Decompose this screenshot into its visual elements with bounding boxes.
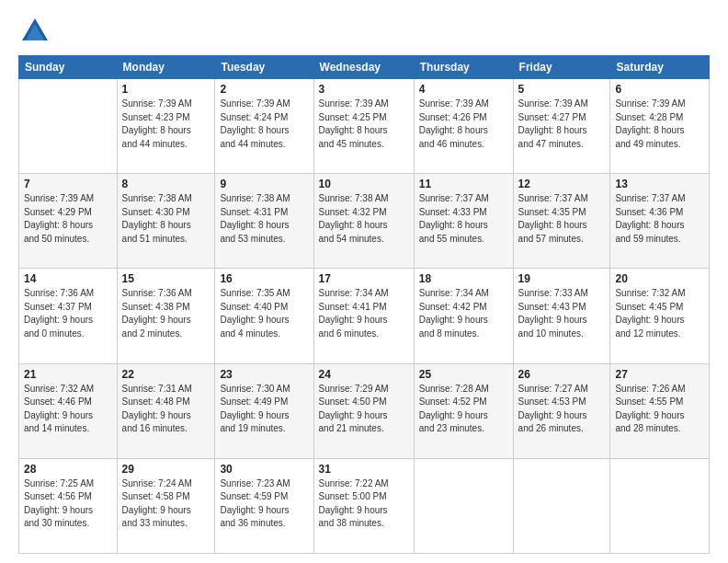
day-info: Sunrise: 7:32 AM Sunset: 4:46 PM Dayligh… bbox=[24, 383, 112, 436]
day-info: Sunrise: 7:34 AM Sunset: 4:42 PM Dayligh… bbox=[419, 287, 508, 340]
day-number: 12 bbox=[518, 178, 606, 190]
day-info: Sunrise: 7:29 AM Sunset: 4:50 PM Dayligh… bbox=[319, 383, 409, 436]
calendar-cell bbox=[19, 79, 118, 174]
day-number: 23 bbox=[220, 368, 308, 381]
day-info: Sunrise: 7:23 AM Sunset: 4:59 PM Dayligh… bbox=[220, 477, 308, 531]
week-row-4: 21Sunrise: 7:32 AM Sunset: 4:46 PM Dayli… bbox=[19, 363, 710, 458]
calendar-cell: 7Sunrise: 7:39 AM Sunset: 4:29 PM Daylig… bbox=[19, 174, 118, 269]
day-info: Sunrise: 7:34 AM Sunset: 4:41 PM Dayligh… bbox=[319, 287, 409, 340]
day-info: Sunrise: 7:38 AM Sunset: 4:30 PM Dayligh… bbox=[122, 192, 210, 246]
week-row-5: 28Sunrise: 7:25 AM Sunset: 4:56 PM Dayli… bbox=[19, 458, 710, 553]
column-header-sunday: Sunday bbox=[19, 56, 118, 79]
calendar-cell: 23Sunrise: 7:30 AM Sunset: 4:49 PM Dayli… bbox=[215, 363, 313, 458]
calendar-cell: 6Sunrise: 7:39 AM Sunset: 4:28 PM Daylig… bbox=[610, 79, 710, 174]
calendar-header-row: SundayMondayTuesdayWednesdayThursdayFrid… bbox=[19, 56, 710, 79]
day-number: 5 bbox=[518, 83, 606, 96]
calendar-cell: 5Sunrise: 7:39 AM Sunset: 4:27 PM Daylig… bbox=[513, 79, 610, 174]
calendar-cell: 10Sunrise: 7:38 AM Sunset: 4:32 PM Dayli… bbox=[313, 174, 414, 269]
logo-icon bbox=[18, 15, 51, 48]
day-number: 24 bbox=[319, 368, 409, 381]
day-number: 6 bbox=[615, 83, 704, 96]
day-info: Sunrise: 7:39 AM Sunset: 4:26 PM Dayligh… bbox=[419, 98, 508, 151]
day-number: 14 bbox=[24, 272, 112, 285]
day-info: Sunrise: 7:26 AM Sunset: 4:55 PM Dayligh… bbox=[615, 383, 704, 436]
day-number: 19 bbox=[518, 272, 606, 285]
day-number: 10 bbox=[319, 178, 409, 190]
day-number: 21 bbox=[24, 368, 112, 381]
header bbox=[18, 15, 710, 48]
day-number: 22 bbox=[122, 368, 210, 381]
day-number: 9 bbox=[220, 178, 308, 190]
calendar-cell: 19Sunrise: 7:33 AM Sunset: 4:43 PM Dayli… bbox=[513, 269, 610, 363]
day-number: 2 bbox=[220, 83, 308, 96]
day-info: Sunrise: 7:39 AM Sunset: 4:27 PM Dayligh… bbox=[518, 98, 606, 151]
day-info: Sunrise: 7:32 AM Sunset: 4:45 PM Dayligh… bbox=[615, 287, 704, 340]
calendar-cell: 2Sunrise: 7:39 AM Sunset: 4:24 PM Daylig… bbox=[215, 79, 313, 174]
day-number: 1 bbox=[122, 83, 210, 96]
day-number: 16 bbox=[220, 272, 308, 285]
calendar-cell: 22Sunrise: 7:31 AM Sunset: 4:48 PM Dayli… bbox=[117, 363, 215, 458]
day-number: 29 bbox=[122, 463, 210, 476]
week-row-1: 1Sunrise: 7:39 AM Sunset: 4:23 PM Daylig… bbox=[19, 79, 710, 174]
day-info: Sunrise: 7:30 AM Sunset: 4:49 PM Dayligh… bbox=[220, 383, 308, 436]
day-number: 26 bbox=[518, 368, 606, 381]
calendar-cell: 21Sunrise: 7:32 AM Sunset: 4:46 PM Dayli… bbox=[19, 363, 118, 458]
day-number: 7 bbox=[24, 178, 112, 190]
day-number: 25 bbox=[419, 368, 508, 381]
logo bbox=[18, 15, 57, 48]
calendar-cell: 30Sunrise: 7:23 AM Sunset: 4:59 PM Dayli… bbox=[215, 458, 313, 553]
calendar-cell: 4Sunrise: 7:39 AM Sunset: 4:26 PM Daylig… bbox=[414, 79, 513, 174]
calendar-cell: 8Sunrise: 7:38 AM Sunset: 4:30 PM Daylig… bbox=[117, 174, 215, 269]
calendar-cell: 12Sunrise: 7:37 AM Sunset: 4:35 PM Dayli… bbox=[513, 174, 610, 269]
calendar-cell: 24Sunrise: 7:29 AM Sunset: 4:50 PM Dayli… bbox=[313, 363, 414, 458]
day-number: 8 bbox=[122, 178, 210, 190]
day-number: 13 bbox=[615, 178, 704, 190]
day-info: Sunrise: 7:33 AM Sunset: 4:43 PM Dayligh… bbox=[518, 287, 606, 340]
calendar-cell bbox=[610, 458, 710, 553]
calendar-cell: 28Sunrise: 7:25 AM Sunset: 4:56 PM Dayli… bbox=[19, 458, 118, 553]
calendar-cell: 1Sunrise: 7:39 AM Sunset: 4:23 PM Daylig… bbox=[117, 79, 215, 174]
day-info: Sunrise: 7:27 AM Sunset: 4:53 PM Dayligh… bbox=[518, 383, 606, 436]
calendar-table: SundayMondayTuesdayWednesdayThursdayFrid… bbox=[18, 55, 710, 554]
day-info: Sunrise: 7:35 AM Sunset: 4:40 PM Dayligh… bbox=[220, 287, 308, 340]
calendar-cell: 25Sunrise: 7:28 AM Sunset: 4:52 PM Dayli… bbox=[414, 363, 513, 458]
column-header-friday: Friday bbox=[513, 56, 610, 79]
day-number: 18 bbox=[419, 272, 508, 285]
calendar-cell: 16Sunrise: 7:35 AM Sunset: 4:40 PM Dayli… bbox=[215, 269, 313, 363]
day-number: 11 bbox=[419, 178, 508, 190]
day-info: Sunrise: 7:39 AM Sunset: 4:25 PM Dayligh… bbox=[319, 98, 409, 151]
day-number: 15 bbox=[122, 272, 210, 285]
column-header-tuesday: Tuesday bbox=[215, 56, 313, 79]
day-info: Sunrise: 7:38 AM Sunset: 4:32 PM Dayligh… bbox=[319, 192, 409, 246]
day-info: Sunrise: 7:37 AM Sunset: 4:36 PM Dayligh… bbox=[615, 192, 704, 246]
day-number: 31 bbox=[319, 463, 409, 476]
column-header-thursday: Thursday bbox=[414, 56, 513, 79]
calendar-cell: 11Sunrise: 7:37 AM Sunset: 4:33 PM Dayli… bbox=[414, 174, 513, 269]
day-info: Sunrise: 7:36 AM Sunset: 4:38 PM Dayligh… bbox=[122, 287, 210, 340]
page: SundayMondayTuesdayWednesdayThursdayFrid… bbox=[0, 0, 728, 563]
calendar-cell: 14Sunrise: 7:36 AM Sunset: 4:37 PM Dayli… bbox=[19, 269, 118, 363]
day-info: Sunrise: 7:31 AM Sunset: 4:48 PM Dayligh… bbox=[122, 383, 210, 436]
day-number: 30 bbox=[220, 463, 308, 476]
column-header-monday: Monday bbox=[117, 56, 215, 79]
calendar-cell: 3Sunrise: 7:39 AM Sunset: 4:25 PM Daylig… bbox=[313, 79, 414, 174]
day-info: Sunrise: 7:22 AM Sunset: 5:00 PM Dayligh… bbox=[319, 477, 409, 531]
day-info: Sunrise: 7:39 AM Sunset: 4:23 PM Dayligh… bbox=[122, 98, 210, 151]
week-row-2: 7Sunrise: 7:39 AM Sunset: 4:29 PM Daylig… bbox=[19, 174, 710, 269]
column-header-saturday: Saturday bbox=[610, 56, 710, 79]
calendar-cell: 18Sunrise: 7:34 AM Sunset: 4:42 PM Dayli… bbox=[414, 269, 513, 363]
day-number: 4 bbox=[419, 83, 508, 96]
week-row-3: 14Sunrise: 7:36 AM Sunset: 4:37 PM Dayli… bbox=[19, 269, 710, 363]
day-info: Sunrise: 7:28 AM Sunset: 4:52 PM Dayligh… bbox=[419, 383, 508, 436]
calendar-cell bbox=[414, 458, 513, 553]
calendar-cell: 9Sunrise: 7:38 AM Sunset: 4:31 PM Daylig… bbox=[215, 174, 313, 269]
column-header-wednesday: Wednesday bbox=[313, 56, 414, 79]
day-number: 17 bbox=[319, 272, 409, 285]
day-number: 20 bbox=[615, 272, 704, 285]
day-number: 28 bbox=[24, 463, 112, 476]
calendar-cell: 20Sunrise: 7:32 AM Sunset: 4:45 PM Dayli… bbox=[610, 269, 710, 363]
day-info: Sunrise: 7:25 AM Sunset: 4:56 PM Dayligh… bbox=[24, 477, 112, 531]
day-info: Sunrise: 7:36 AM Sunset: 4:37 PM Dayligh… bbox=[24, 287, 112, 340]
calendar-cell: 13Sunrise: 7:37 AM Sunset: 4:36 PM Dayli… bbox=[610, 174, 710, 269]
day-number: 3 bbox=[319, 83, 409, 96]
